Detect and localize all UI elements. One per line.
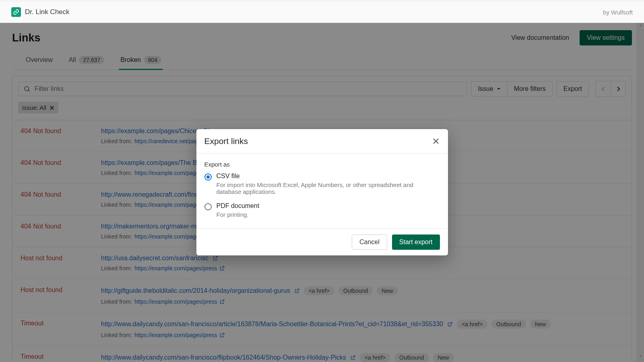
modal-close-button[interactable]: [432, 137, 440, 145]
brand-name: Dr. Link Check: [25, 8, 70, 16]
brand-logo-icon: [11, 7, 21, 17]
export-option-pdf[interactable]: PDF document For printing.: [204, 202, 440, 218]
close-icon: [432, 137, 440, 145]
pdf-title: PDF document: [217, 202, 260, 210]
modal-overlay[interactable]: Export links Export as CSV file For impo…: [0, 23, 644, 362]
export-as-label: Export as: [204, 161, 440, 168]
vendor-label: by Wulfsoft: [603, 9, 633, 16]
csv-desc: For import into Microsoft Excel, Apple N…: [217, 181, 426, 195]
cancel-button[interactable]: Cancel: [352, 234, 387, 250]
modal-title: Export links: [204, 136, 248, 146]
csv-title: CSV file: [217, 173, 426, 180]
export-option-csv[interactable]: CSV file For import into Microsoft Excel…: [204, 173, 440, 195]
radio-csv[interactable]: [204, 173, 212, 181]
top-bar: Dr. Link Check by Wulfsoft: [0, 0, 644, 23]
radio-pdf[interactable]: [204, 203, 212, 210]
pdf-desc: For printing.: [217, 211, 260, 218]
export-modal: Export links Export as CSV file For impo…: [196, 129, 448, 255]
start-export-button[interactable]: Start export: [392, 234, 440, 250]
